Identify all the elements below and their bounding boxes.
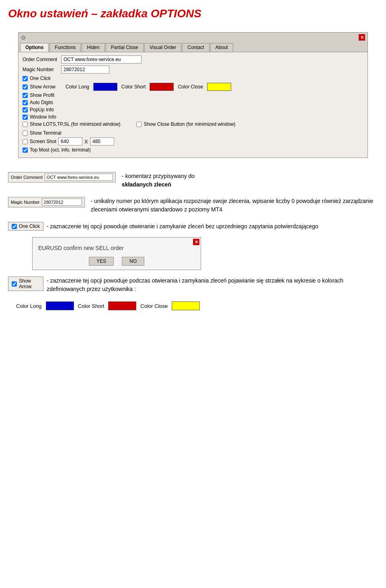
mini-show-arrow-checkbox[interactable]	[12, 281, 17, 287]
tab-functions[interactable]: Functions	[49, 43, 81, 52]
mini-one-click-widget: One Click	[8, 222, 43, 231]
popup-info-checkbox[interactable]	[23, 107, 28, 113]
mini-order-comment-label: Order Comment	[11, 175, 43, 180]
bottom-color-close-label: Color Close	[140, 303, 168, 309]
bottom-color-long-label: Color Long	[16, 303, 42, 309]
lots-label: Show LOTS,TP,SL (for minimized window)	[30, 121, 120, 127]
magic-number-input[interactable]	[61, 66, 109, 74]
magic-number-row: Magic Number	[23, 66, 363, 74]
terminal-row: Show Terminal	[23, 130, 363, 136]
terminal-label: Show Terminal	[30, 130, 61, 136]
mini-magic-label: Magic Number	[11, 200, 40, 205]
color-long-label: Color Long	[66, 84, 89, 90]
color-close-label: Color Close	[178, 84, 203, 90]
screenshot-label: Screen Shot	[30, 139, 56, 144]
topmost-label: Top Most (oct, info, terminal)	[30, 147, 90, 153]
show-profit-row: Show Profit	[23, 92, 363, 98]
one-click-desc: - zaznaczenie tej opcji powoduje otwiera…	[47, 222, 318, 231]
mini-one-click-checkbox[interactable]	[12, 224, 17, 229]
close-btn-checkbox[interactable]	[136, 122, 142, 127]
lots-checkbox[interactable]	[23, 122, 28, 127]
mini-one-click-label: One Click	[19, 223, 40, 229]
desc-magic-number: Magic Number - unikalny numer po którym …	[8, 197, 378, 214]
confirm-close-button[interactable]: ✕	[193, 239, 199, 245]
one-click-checkbox[interactable]	[23, 76, 28, 81]
window-info-checkbox[interactable]	[23, 115, 28, 120]
confirm-dialog: ✕ EURUSD confirm new SELL order YES NO	[32, 237, 201, 270]
close-btn-checkbox-row: Show Close Button (for minimized window)	[136, 121, 235, 127]
topmost-checkbox[interactable]	[23, 148, 28, 153]
color-short-label: Color Short	[121, 84, 146, 90]
confirm-text: EURUSD confirm new SELL order	[33, 238, 201, 257]
magic-number-label: Magic Number	[23, 67, 59, 72]
page-title: Okno ustawień – zakładka OPTIONS	[0, 0, 386, 24]
terminal-checkbox[interactable]	[23, 131, 28, 136]
screenshot-checkbox[interactable]	[23, 139, 28, 144]
auto-digits-checkbox[interactable]	[23, 100, 28, 105]
desc-one-click-section: One Click - zaznaczenie tej opcji powodu…	[8, 222, 378, 231]
one-click-label: One Click	[30, 76, 51, 81]
mini-show-arrow-label: Show Arrow	[19, 278, 40, 289]
order-comment-input[interactable]	[61, 55, 142, 64]
magic-number-widget: Magic Number	[8, 197, 85, 207]
window-content: Order Comment Magic Number One Click Sho…	[18, 52, 368, 158]
desc-show-arrow-section: Show Arrow - zaznaczenie tej opcji powod…	[8, 277, 378, 293]
mini-magic-number: Magic Number	[8, 197, 85, 207]
topmost-row: Top Most (oct, info, terminal)	[23, 147, 363, 153]
show-arrow-row: Show Arrow Color Long Color Short Color …	[23, 83, 363, 91]
bottom-colors-section: Color Long Color Short Color Close	[8, 297, 378, 314]
color-section: Color Long Color Short Color Close	[66, 83, 231, 91]
confirm-yes-button[interactable]: YES	[89, 257, 114, 266]
window-icon: ⊙	[21, 34, 26, 41]
tab-partial-close[interactable]: Partial Close	[106, 43, 144, 52]
screenshot-width-input[interactable]	[58, 137, 82, 145]
window-close-button[interactable]: ✕	[359, 34, 365, 41]
order-comment-widget: Order Comment	[8, 172, 116, 182]
order-comment-label: Order Comment	[23, 57, 59, 62]
mini-show-arrow-widget: Show Arrow	[8, 277, 43, 291]
mini-magic-input[interactable]	[42, 199, 82, 206]
desc-order-comment: Order Comment - komentarz przypisywany d…	[8, 172, 378, 189]
bottom-color-short-box[interactable]	[108, 301, 136, 310]
order-comment-row: Order Comment	[23, 55, 363, 64]
mini-order-comment: Order Comment	[8, 172, 116, 182]
show-profit-checkbox[interactable]	[23, 93, 28, 98]
window-info-row: Window Info	[23, 114, 363, 120]
bottom-color-long-box[interactable]	[46, 301, 74, 310]
tab-options[interactable]: Options	[20, 43, 49, 52]
lots-row: Show LOTS,TP,SL (for minimized window) S…	[23, 121, 363, 129]
one-click-row: One Click	[23, 76, 363, 81]
show-arrow-desc: - zaznaczenie tej opcji powoduje podczas…	[47, 277, 378, 293]
popup-info-row: PopUp Info	[23, 107, 363, 113]
x-separator: X	[84, 139, 88, 145]
order-comment-desc: - komentarz przypisywany do składanych z…	[122, 172, 195, 189]
show-arrow-label: Show Arrow	[30, 84, 55, 90]
lots-checkbox-row: Show LOTS,TP,SL (for minimized window)	[23, 121, 120, 127]
tab-bar: Options Functions Hiden Partial Close Vi…	[18, 42, 368, 52]
magic-number-desc: - unikalny numer po którym aplikacja roz…	[91, 197, 378, 214]
show-profit-label: Show Profit	[30, 92, 54, 98]
titlebar-left: ⊙	[21, 34, 26, 41]
bottom-color-close-box[interactable]	[172, 301, 200, 310]
show-arrow-checkbox[interactable]	[23, 84, 28, 90]
window-titlebar: ⊙ ✕	[18, 33, 368, 42]
window-info-label: Window Info	[30, 114, 56, 120]
color-close-box[interactable]	[207, 83, 231, 91]
color-long-box[interactable]	[93, 83, 117, 91]
screenshot-row: Screen Shot X	[23, 137, 363, 145]
tab-hiden[interactable]: Hiden	[82, 43, 105, 52]
tab-visual-order[interactable]: Visual Order	[144, 43, 181, 52]
mini-order-comment-input[interactable]	[45, 174, 113, 181]
auto-digits-label: Auto Digits	[30, 100, 53, 105]
popup-info-label: PopUp Info	[30, 107, 54, 113]
screenshot-height-input[interactable]	[90, 137, 114, 145]
auto-digits-row: Auto Digits	[23, 100, 363, 105]
settings-window: ⊙ ✕ Options Functions Hiden Partial Clos…	[18, 32, 368, 158]
confirm-no-button[interactable]: NO	[122, 257, 144, 266]
orders-label: składanych zleceń	[122, 181, 171, 188]
bottom-color-short-label: Color Short	[78, 303, 105, 309]
description-section: Order Comment - komentarz przypisywany d…	[0, 166, 386, 320]
color-short-box[interactable]	[150, 83, 174, 91]
tab-about[interactable]: About	[210, 43, 233, 52]
tab-contact[interactable]: Contact	[182, 43, 209, 52]
